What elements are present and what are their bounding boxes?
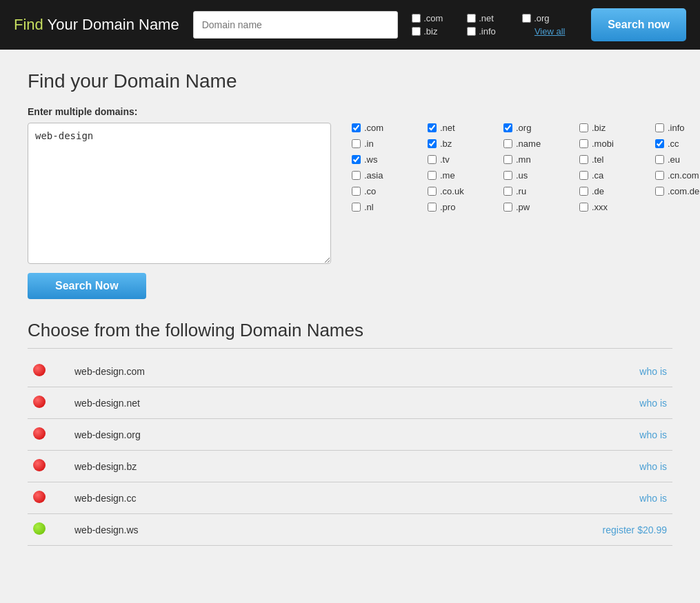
tld-option-t_xxx[interactable]: .xxx bbox=[579, 202, 648, 212]
header-checkbox-com[interactable]: .com bbox=[412, 13, 467, 23]
whois-link[interactable]: who is bbox=[639, 398, 667, 409]
whois-link[interactable]: who is bbox=[639, 366, 667, 377]
header-checkbox-org[interactable]: .org bbox=[522, 13, 577, 23]
tld-option-t_tv[interactable]: .tv bbox=[428, 154, 497, 165]
view-all-link[interactable]: View all bbox=[522, 26, 577, 37]
tld-option-t_cncom[interactable]: .cn.com bbox=[655, 170, 700, 181]
domain-textarea[interactable] bbox=[28, 123, 331, 264]
table-row: web-design.wsregister $20.99 bbox=[28, 514, 672, 546]
header-checkbox-net[interactable]: .net bbox=[467, 13, 522, 23]
tld-option-t_mn[interactable]: .mn bbox=[503, 154, 572, 165]
section-title: Choose from the following Domain Names bbox=[28, 320, 672, 349]
header-checkbox-info[interactable]: .info bbox=[467, 26, 522, 37]
domain-name: web-design.bz bbox=[69, 451, 382, 482]
domain-form: Search Now .com.net.org.biz.info.in.bz.n… bbox=[28, 123, 672, 299]
tld-grid: .com.net.org.biz.info.in.bz.name.mobi.cc… bbox=[352, 123, 700, 212]
search-now-main-button[interactable]: Search Now bbox=[28, 273, 146, 299]
status-dot bbox=[33, 364, 46, 376]
whois-link[interactable]: who is bbox=[639, 493, 667, 504]
tld-option-t_in[interactable]: .in bbox=[352, 139, 421, 149]
textarea-container: Search Now bbox=[28, 123, 331, 299]
tld-option-t_pro[interactable]: .pro bbox=[428, 202, 497, 212]
tld-option-t_mobi[interactable]: .mobi bbox=[579, 139, 648, 149]
tld-option-t_biz[interactable]: .biz bbox=[579, 123, 648, 133]
header-search-button[interactable]: Search now bbox=[591, 8, 686, 41]
tld-option-t_ru[interactable]: .ru bbox=[503, 186, 572, 196]
tld-option-t_us[interactable]: .us bbox=[503, 170, 572, 181]
whois-link[interactable]: who is bbox=[639, 461, 667, 472]
tld-option-t_ws[interactable]: .ws bbox=[352, 154, 421, 165]
table-row: web-design.netwho is bbox=[28, 387, 672, 419]
tld-option-t_bz[interactable]: .bz bbox=[428, 139, 497, 149]
tld-option-t_eu[interactable]: .eu bbox=[655, 154, 700, 165]
header-search-input[interactable] bbox=[193, 11, 399, 39]
status-dot bbox=[33, 522, 46, 535]
tld-option-t_pw[interactable]: .pw bbox=[503, 202, 572, 212]
domain-name: web-design.org bbox=[69, 419, 382, 451]
enter-label: Enter multiple domains: bbox=[28, 106, 672, 117]
domain-name: web-design.ws bbox=[69, 514, 382, 546]
status-dot bbox=[33, 491, 46, 503]
header-title-find: Find bbox=[14, 16, 43, 33]
results-body: web-design.comwho isweb-design.netwho is… bbox=[28, 356, 672, 546]
tld-option-t_co[interactable]: .co bbox=[352, 186, 421, 196]
status-dot bbox=[33, 396, 46, 408]
domain-name: web-design.com bbox=[69, 356, 382, 387]
tld-option-t_de[interactable]: .de bbox=[579, 186, 648, 196]
header-checkbox-biz[interactable]: .biz bbox=[412, 26, 467, 37]
domain-name: web-design.cc bbox=[69, 482, 382, 514]
tld-option-t_org[interactable]: .org bbox=[503, 123, 572, 133]
tld-option-t_tel[interactable]: .tel bbox=[579, 154, 648, 165]
domain-name: web-design.net bbox=[69, 387, 382, 419]
header-title: Find Your Domain Name bbox=[14, 16, 179, 34]
tld-option-t_ca[interactable]: .ca bbox=[579, 170, 648, 181]
tld-option-t_me[interactable]: .me bbox=[428, 170, 497, 181]
tld-option-t_name[interactable]: .name bbox=[503, 139, 572, 149]
page-title: Find your Domain Name bbox=[28, 70, 672, 92]
tld-option-t_couk[interactable]: .co.uk bbox=[428, 186, 497, 196]
header-checkboxes: .com .net .org .biz .info View all bbox=[412, 13, 577, 37]
register-link[interactable]: register $20.99 bbox=[603, 524, 667, 535]
table-row: web-design.bzwho is bbox=[28, 451, 672, 482]
tld-option-t_comde[interactable]: .com.de bbox=[655, 186, 700, 196]
header: Find Your Domain Name .com .net .org .bi… bbox=[0, 0, 700, 50]
tld-option-t_com[interactable]: .com bbox=[352, 123, 421, 133]
table-row: web-design.ccwho is bbox=[28, 482, 672, 514]
header-title-rest: Your Domain Name bbox=[43, 16, 179, 33]
results-table: web-design.comwho isweb-design.netwho is… bbox=[28, 356, 672, 546]
table-row: web-design.orgwho is bbox=[28, 419, 672, 451]
tld-option-t_cc[interactable]: .cc bbox=[655, 139, 700, 149]
status-dot bbox=[33, 427, 46, 440]
table-row: web-design.comwho is bbox=[28, 356, 672, 387]
status-dot bbox=[33, 459, 46, 471]
tld-option-t_nl[interactable]: .nl bbox=[352, 202, 421, 212]
whois-link[interactable]: who is bbox=[639, 429, 667, 440]
main-content: Find your Domain Name Enter multiple dom… bbox=[0, 50, 700, 603]
tld-option-t_info[interactable]: .info bbox=[655, 123, 700, 133]
tld-option-t_net[interactable]: .net bbox=[428, 123, 497, 133]
tld-option-t_asia[interactable]: .asia bbox=[352, 170, 421, 181]
